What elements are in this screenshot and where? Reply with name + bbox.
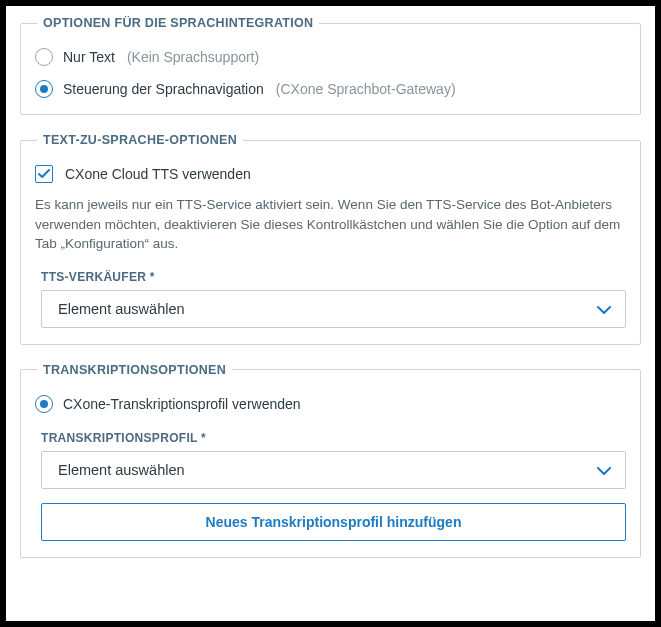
add-button-label: Neues Transkriptionsprofil hinzufügen [206,514,462,530]
chevron-down-icon [597,462,611,478]
tts-checkbox-label: CXone Cloud TTS verwenden [65,166,251,182]
tts-vendor-select[interactable]: Element auswählen [41,290,626,328]
radio-icon [35,48,53,66]
transcription-radio-label: CXone-Transkriptionsprofil verwenden [63,396,301,412]
tts-help-text: Es kann jeweils nur ein TTS-Service akti… [35,195,626,254]
voice-integration-group: OPTIONEN FÜR DIE SPRACHINTEGRATION Nur T… [20,16,641,115]
tts-legend: TEXT-ZU-SPRACHE-OPTIONEN [37,133,243,147]
tts-vendor-label: TTS-VERKÄUFER * [41,270,626,284]
transcription-legend: TRANSKRIPTIONSOPTIONEN [37,363,232,377]
transcription-profile-label: TRANSKRIPTIONSPROFIL * [41,431,626,445]
tts-use-cloud-checkbox[interactable]: CXone Cloud TTS verwenden [35,165,626,183]
radio-icon [35,80,53,98]
tts-vendor-value: Element auswählen [58,301,185,317]
radio-icon [35,395,53,413]
voice-option-text-only[interactable]: Nur Text (Kein Sprachsupport) [35,48,626,66]
voice-option-label: Steuerung der Sprachnavigation [63,81,264,97]
transcription-profile-select[interactable]: Element auswählen [41,451,626,489]
voice-option-hint: (Kein Sprachsupport) [127,49,259,65]
settings-panel: OPTIONEN FÜR DIE SPRACHINTEGRATION Nur T… [6,6,655,621]
add-transcription-profile-button[interactable]: Neues Transkriptionsprofil hinzufügen [41,503,626,541]
chevron-down-icon [597,301,611,317]
tts-options-group: TEXT-ZU-SPRACHE-OPTIONEN CXone Cloud TTS… [20,133,641,345]
voice-option-hint: (CXone Sprachbot-Gateway) [276,81,456,97]
voice-option-label: Nur Text [63,49,115,65]
transcription-options-group: TRANSKRIPTIONSOPTIONEN CXone-Transkripti… [20,363,641,558]
voice-option-speech-nav[interactable]: Steuerung der Sprachnavigation (CXone Sp… [35,80,626,98]
voice-integration-legend: OPTIONEN FÜR DIE SPRACHINTEGRATION [37,16,319,30]
checkbox-icon [35,165,53,183]
transcription-use-profile-radio[interactable]: CXone-Transkriptionsprofil verwenden [35,395,626,413]
transcription-profile-value: Element auswählen [58,462,185,478]
